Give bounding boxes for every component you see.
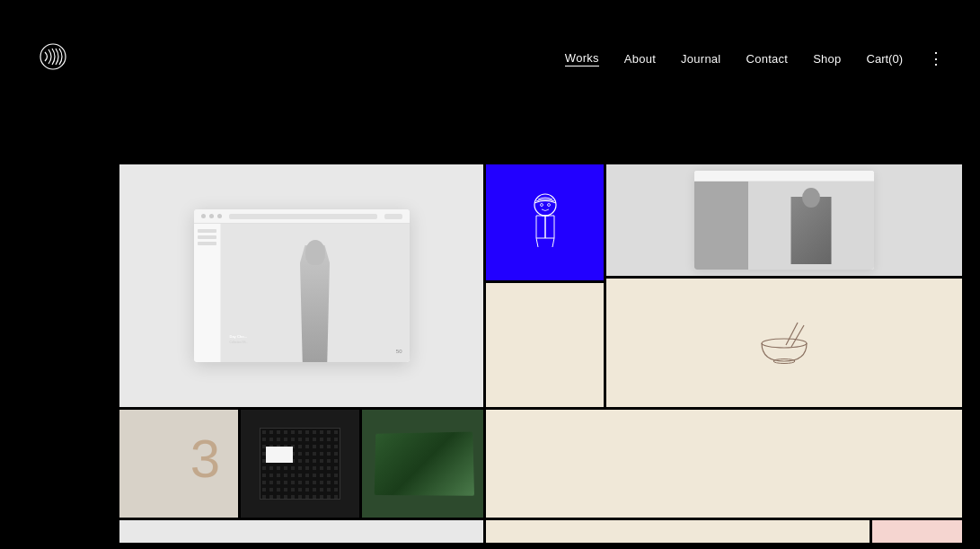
number-decoration: 3 [190,432,220,486]
strip-pink [872,520,962,543]
fashion-tile[interactable] [606,164,962,276]
beige-top-tile [486,283,604,407]
svg-line-5 [786,323,798,345]
nav-links: Works About Journal Contact Shop Cart(0)… [565,49,944,68]
svg-point-7 [762,339,807,348]
nav-about[interactable]: About [624,52,656,66]
svg-line-6 [791,325,804,347]
green-object-tile[interactable] [362,410,483,518]
nav-journal[interactable]: Journal [681,52,720,66]
nav-contact[interactable]: Contact [746,52,789,66]
strip-beige [486,520,870,543]
nav-shop[interactable]: Shop [813,52,841,66]
more-icon[interactable]: ⋮ [928,49,944,68]
strip-left [119,520,483,543]
beige-bottom-tile [486,410,962,518]
portfolio-grid: Day Cho... Collection SS... 50 [119,164,962,540]
beige-main-tile[interactable] [606,279,962,407]
logo[interactable] [36,40,70,77]
nav-cart[interactable]: Cart(0) [867,52,903,66]
mockup-tile[interactable]: Day Cho... Collection SS... 50 [119,164,483,407]
blue-figure-tile[interactable] [486,164,604,280]
number-card-tile[interactable]: 3 [119,410,238,518]
navigation: Works About Journal Contact Shop Cart(0)… [0,0,980,117]
bubble-mailer-tile[interactable] [241,410,359,518]
svg-point-3 [547,204,550,207]
nav-works[interactable]: Works [565,51,599,66]
svg-point-2 [540,204,543,207]
